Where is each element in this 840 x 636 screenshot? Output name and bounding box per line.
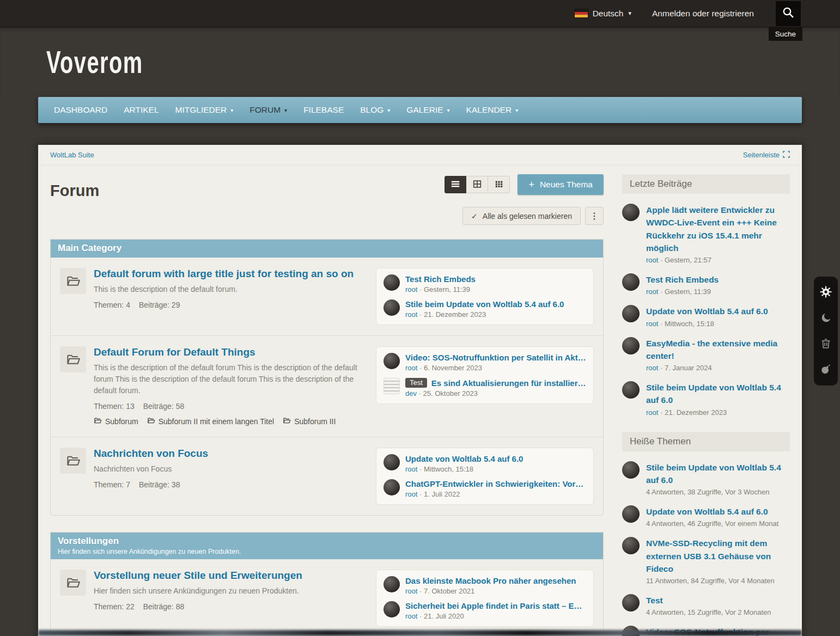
recent-post-link[interactable]: EasyMedia - the extensive media center!: [646, 337, 790, 363]
search-button[interactable]: [776, 1, 801, 26]
recent-post-link[interactable]: Update von Woltlab 5.4 auf 6.0: [646, 305, 790, 317]
avatar[interactable]: [622, 305, 640, 322]
category-header[interactable]: Vorstellungen Hier finden sich unsere An…: [51, 533, 603, 559]
author-link[interactable]: root: [646, 408, 658, 417]
nav-label: BLOG: [360, 105, 384, 115]
forum-link[interactable]: Default Forum for Default Things: [94, 346, 255, 358]
nav-item-mitglieder[interactable]: MITGLIEDER▾: [167, 97, 242, 123]
latest-post: Video: SOS-Notruffunktion per Satellit i…: [384, 353, 586, 372]
meta-separator: ·: [419, 612, 422, 620]
folder-icon: [60, 570, 86, 596]
post-link[interactable]: Update von Woltlab 5.4 auf 6.0: [405, 454, 523, 463]
recent-post-link[interactable]: Stile beim Update von Woltlab 5.4 auf 6.…: [646, 381, 790, 407]
search-icon: [782, 6, 795, 21]
subforum-link[interactable]: Subforum: [94, 417, 138, 426]
avatar[interactable]: [384, 454, 400, 470]
breadcrumb-woltlab-suite[interactable]: WoltLab Suite: [50, 151, 94, 159]
trash-icon: [820, 338, 832, 351]
avatar[interactable]: [622, 505, 640, 523]
nav-item-filebase[interactable]: FILEBASE: [295, 97, 352, 123]
latest-post: ChatGPT-Entwickler in Schwierigkeiten: V…: [384, 479, 586, 498]
avatar[interactable]: [384, 353, 400, 369]
settings-button[interactable]: [819, 285, 832, 300]
author-link[interactable]: root: [405, 490, 417, 498]
author-link[interactable]: root: [405, 285, 417, 293]
nav-item-galerie[interactable]: GALERIE▾: [398, 97, 458, 123]
avatar[interactable]: [622, 461, 640, 479]
author-link[interactable]: root: [646, 320, 658, 328]
avatar[interactable]: [622, 381, 640, 399]
meta-separator: ·: [419, 389, 421, 397]
post-link[interactable]: Stile beim Update von Woltlab 5.4 auf 6.…: [405, 299, 564, 309]
avatar[interactable]: [384, 299, 400, 316]
post-date: Gestern, 11:39: [665, 288, 711, 296]
more-options-button[interactable]: ⋮: [585, 207, 604, 225]
category-header[interactable]: Main Category: [51, 240, 603, 258]
subforum-link[interactable]: Subforum III: [283, 417, 336, 426]
forum-link[interactable]: Default forum with large title just for …: [94, 268, 354, 280]
author-link[interactable]: root: [405, 587, 417, 595]
mark-all-read-label: Alle als gelesen markieren: [483, 212, 572, 221]
hot-topic-link[interactable]: Stile beim Update von Woltlab 5.4 auf 6.…: [646, 461, 790, 487]
author-link[interactable]: root: [405, 465, 417, 473]
subforum-link[interactable]: Subforum II mit einem langen Titel: [147, 417, 274, 426]
avatar[interactable]: [622, 594, 640, 611]
author-link[interactable]: root: [646, 256, 658, 264]
post-link[interactable]: Sicherheit bei Apple findet in Paris sta…: [405, 601, 586, 610]
recent-post-link[interactable]: Apple lädt weitere Entwickler zu WWDC-Li…: [646, 204, 790, 254]
author-link[interactable]: root: [646, 364, 658, 372]
view-compact-grid-button[interactable]: [488, 176, 510, 193]
latest-posts-card: Das kleinste Macbook Pro näher angesehen…: [376, 570, 594, 627]
post-link[interactable]: Es sind Aktualisierungen für installiert…: [431, 378, 586, 388]
recent-post-item: Stile beim Update von Woltlab 5.4 auf 6.…: [622, 381, 790, 417]
hot-topic-item: Update von Woltlab 5.4 auf 6.0 4 Antwort…: [622, 505, 790, 528]
sidebar-toggle[interactable]: Seitenleiste: [743, 151, 790, 160]
avatar[interactable]: [384, 378, 400, 394]
post-date: Gestern, 21:57: [665, 256, 711, 264]
new-topic-button[interactable]: + Neues Thema: [518, 174, 604, 195]
author-link[interactable]: root: [646, 288, 658, 296]
debug-button[interactable]: [820, 363, 832, 377]
avatar[interactable]: [622, 273, 640, 291]
avatar[interactable]: [622, 204, 640, 221]
hot-topic-link[interactable]: Test: [646, 594, 790, 607]
mark-all-read-button[interactable]: ✓ Alle als gelesen markieren: [462, 207, 581, 225]
latest-post: Sicherheit bei Apple findet in Paris sta…: [384, 601, 586, 620]
forum-link[interactable]: Vorstellung neuer Stile und Erweiterunge…: [94, 570, 302, 582]
nav-item-dashboard[interactable]: DASHBOARD: [46, 97, 115, 123]
sidebar: Letzte Beiträge Apple lädt weitere Entwi…: [622, 174, 790, 636]
nav-item-blog[interactable]: BLOG▾: [352, 97, 398, 123]
hot-topic-link[interactable]: Update von Woltlab 5.4 auf 6.0: [646, 505, 790, 518]
post-link[interactable]: ChatGPT-Entwickler in Schwierigkeiten: V…: [405, 479, 586, 488]
view-list-button[interactable]: [445, 176, 466, 193]
nav-item-artikel[interactable]: ARTIKEL: [115, 97, 167, 123]
view-grid-button[interactable]: [466, 176, 488, 193]
avatar[interactable]: [384, 274, 400, 291]
forum-description: Hier finden sich unsere Ankündigungen zu…: [94, 585, 367, 597]
avatar[interactable]: [622, 537, 640, 554]
post-link[interactable]: Test Rich Embeds: [405, 274, 476, 284]
forum-link[interactable]: Nachrichten von Focus: [94, 448, 208, 460]
recent-post-link[interactable]: Test Rich Embeds: [646, 273, 790, 286]
dark-mode-button[interactable]: [820, 312, 832, 326]
login-register-link[interactable]: Anmelden oder registrieren: [652, 9, 754, 19]
clear-cache-button[interactable]: [820, 338, 832, 351]
post-link[interactable]: Video: SOS-Notruffunktion per Satellit i…: [405, 353, 586, 362]
hot-topic-item: Stile beim Update von Woltlab 5.4 auf 6.…: [622, 461, 790, 497]
author-link[interactable]: root: [405, 612, 417, 620]
avatar[interactable]: [384, 479, 400, 496]
nav-item-kalender[interactable]: KALENDER▾: [458, 97, 527, 123]
author-link[interactable]: root: [405, 364, 417, 372]
forum-row: Nachrichten von Focus Nachrichten von Fo…: [51, 437, 603, 515]
nav-item-forum[interactable]: FORUM▾: [241, 97, 295, 123]
site-logo[interactable]: Voverom: [46, 44, 143, 80]
avatar[interactable]: [384, 601, 400, 617]
author-link[interactable]: root: [405, 310, 417, 319]
hot-topic-link[interactable]: NVMe-SSD-Recycling mit dem externen USB …: [646, 537, 790, 575]
post-link[interactable]: Das kleinste Macbook Pro näher angesehen: [405, 576, 576, 585]
language-selector[interactable]: Deutsch ▾: [575, 9, 631, 19]
author-link[interactable]: dev: [405, 389, 417, 397]
avatar[interactable]: [622, 337, 640, 354]
avatar[interactable]: [384, 576, 400, 592]
meta-separator: ·: [660, 364, 662, 372]
